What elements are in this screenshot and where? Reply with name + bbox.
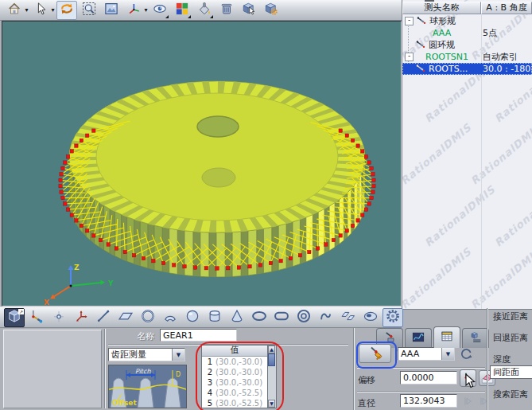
probe-select-value: AAA	[398, 348, 441, 360]
viewport-3d[interactable]: ZYX	[2, 21, 402, 307]
value-list-row[interactable]: 5(30.0,-52.5)	[202, 398, 267, 408]
right-parameter-panel: 接近距离回退距离深度间距面搜索距离	[487, 308, 532, 410]
chevron-down-icon[interactable]: ▼	[441, 348, 454, 360]
probe-tree-row[interactable]: AAA5点	[402, 27, 532, 39]
probe-tree-row[interactable]: ROOTS...30.0 : -180...	[402, 63, 532, 75]
coordinate-system-button[interactable]	[71, 308, 91, 327]
probe-tree-row[interactable]: -ROOTSN1自动索引	[402, 51, 532, 63]
pointer-icon	[33, 2, 48, 18]
probe-tree-row[interactable]: -球形规	[402, 15, 532, 27]
home-button[interactable]	[4, 1, 25, 20]
svg-text:D: D	[176, 371, 181, 378]
probe-machine-button[interactable]	[26, 308, 47, 327]
pointer-button[interactable]	[30, 1, 51, 20]
column-header-probe-name[interactable]: 测头名称	[402, 2, 481, 14]
settings-cube-button[interactable]	[261, 1, 282, 20]
parallel-planes-button[interactable]	[338, 308, 359, 327]
scroll-down-icon[interactable]: ▼	[268, 400, 275, 408]
point-button[interactable]	[49, 308, 69, 327]
plane-button[interactable]	[115, 308, 136, 327]
curve-icon	[318, 308, 334, 326]
point-icon	[51, 308, 67, 326]
arc-icon	[162, 308, 178, 326]
paint-button[interactable]	[194, 1, 215, 20]
cube-view-button[interactable]: ↗	[4, 308, 25, 327]
circle-button[interactable]	[138, 308, 158, 327]
value-list[interactable]: 值 1(30.0,-30.0)2(30.0,-30.0)3(30.0,-30.0…	[201, 345, 268, 408]
zoom-region-button[interactable]	[79, 1, 99, 20]
cylinder-icon	[207, 308, 223, 326]
report-tab[interactable]	[462, 328, 489, 348]
line-button[interactable]	[93, 308, 114, 327]
parallel-planes-icon	[340, 308, 356, 326]
cone-button[interactable]	[227, 308, 247, 327]
rotate-button[interactable]	[56, 1, 77, 20]
zoom-region-icon	[82, 2, 96, 18]
home-icon	[7, 2, 21, 18]
sphere-button[interactable]	[182, 308, 203, 327]
value-list-row[interactable]: 3(30.0,-30.0)	[202, 377, 267, 388]
watermark-text: RationalDMIS	[468, 121, 532, 187]
tree-row-name-cell: ROOTS...	[405, 63, 468, 75]
probe-select[interactable]: AAA ▼	[398, 347, 455, 361]
tree-row-angle: 30.0 : -180...	[483, 63, 532, 75]
offset-input[interactable]	[400, 371, 457, 385]
table-tab[interactable]	[433, 326, 460, 348]
cone-icon	[229, 308, 245, 326]
param-box[interactable]: 间距面	[490, 365, 532, 379]
sphere-icon	[184, 308, 200, 326]
slot-button[interactable]	[271, 308, 292, 327]
palette-button[interactable]	[172, 1, 192, 20]
value-list-row[interactable]: 2(30.0,-30.0)	[202, 367, 267, 377]
cylinder-button[interactable]	[204, 308, 225, 327]
trash-button[interactable]	[216, 1, 237, 20]
measure-mode-select[interactable]: 齿距测量 ▼	[108, 348, 185, 361]
pick-cube-button[interactable]	[239, 1, 259, 20]
fit-image-button[interactable]	[101, 1, 122, 20]
corner-arrow-icon	[210, 15, 213, 18]
diameter-input[interactable]	[400, 394, 457, 408]
probe-hammer-icon	[367, 346, 383, 361]
probe-play-icon	[461, 395, 474, 408]
value-row-index: 1	[202, 357, 214, 367]
torus-button[interactable]	[293, 308, 314, 327]
eye-button[interactable]	[150, 1, 170, 20]
value-list-row[interactable]: 1(30.0,-30.0)	[202, 357, 267, 367]
axes-dropdown-arrow[interactable]: ▾	[143, 6, 149, 14]
plane-icon	[118, 308, 134, 326]
probe-red-icon	[415, 64, 427, 74]
ellipse-button[interactable]	[249, 308, 270, 327]
svg-text:Offset: Offset	[112, 399, 137, 407]
chevron-down-icon[interactable]: ▼	[172, 349, 184, 361]
slot-icon	[274, 308, 289, 326]
value-list-row[interactable]: 4(30.0,-52.5)	[202, 388, 267, 398]
lcd-counter-frame: 8 8 00	[3, 330, 102, 408]
pointer-dropdown-arrow[interactable]: ▾	[50, 6, 56, 14]
curve-button[interactable]	[316, 308, 336, 327]
probe-build-button[interactable]	[359, 344, 391, 363]
scrollbar-thumb[interactable]	[268, 353, 275, 366]
gear-button[interactable]	[382, 308, 403, 327]
curve-tab[interactable]	[405, 328, 432, 348]
value-list-header[interactable]: 值	[202, 346, 267, 357]
arc-button[interactable]	[160, 308, 181, 327]
svg-text:Z: Z	[74, 264, 80, 271]
tree-expander[interactable]: -	[405, 53, 414, 61]
ring-button[interactable]	[360, 308, 381, 327]
column-header-ab-angle[interactable]: A : B 角度	[481, 2, 532, 14]
home-dropdown-arrow[interactable]: ▾	[24, 6, 29, 14]
refresh-icon[interactable]	[459, 346, 474, 361]
tree-expander[interactable]: -	[405, 17, 414, 25]
settings-cube-icon	[264, 2, 278, 18]
tree-row-angle: 5点	[483, 27, 497, 39]
feature-name-input[interactable]	[160, 329, 237, 342]
probe-tree-row[interactable]: 圆环规	[402, 39, 532, 51]
scroll-up-icon[interactable]: ▲	[268, 346, 275, 353]
axes-button[interactable]	[123, 1, 144, 20]
tree-row-name-cell: -球形规	[405, 15, 456, 27]
watermark-text: RationalDMIS	[468, 245, 532, 310]
gear-icon	[385, 308, 401, 326]
value-list-scrollbar[interactable]: ▲ ▼	[268, 345, 277, 408]
value-row-index: 3	[202, 377, 214, 388]
top-toolbar: ▾▾▾	[0, 0, 402, 21]
